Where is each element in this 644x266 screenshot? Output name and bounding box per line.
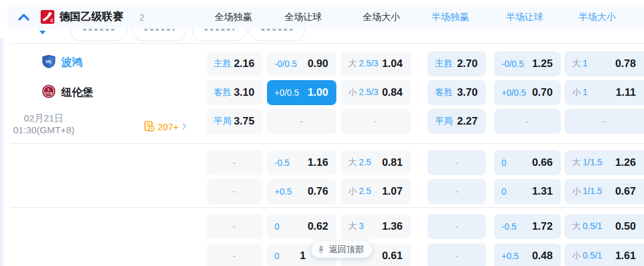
odds-cell-r4-c4[interactable]: - xyxy=(428,150,486,175)
odds-value: 1.11 xyxy=(616,86,636,99)
handicap-value: 1/1.5 xyxy=(583,157,602,167)
market-column-header[interactable]: 半场大小 xyxy=(578,5,616,29)
handicap-value: 0 xyxy=(274,251,279,261)
odds-cell-r5-c2[interactable]: +0.50.76 xyxy=(267,179,336,204)
over-under-prefix: 大 xyxy=(572,58,581,68)
odds-label: +0.5 xyxy=(501,251,519,261)
odds-cell-r3-c2[interactable]: - xyxy=(267,109,336,134)
chevron-down-icon xyxy=(39,31,46,34)
odds-cell-r3-c4[interactable]: 平局2.27 xyxy=(428,109,486,134)
odds-value: 0.66 xyxy=(532,156,553,169)
odds-cell-r6-c6[interactable]: 大0.5/10.50 xyxy=(565,214,644,239)
odds-value: 1.26 xyxy=(615,156,636,169)
empty-odds-dash: - xyxy=(435,222,478,232)
handicap-value: 2.5/3 xyxy=(359,87,378,97)
odds-cell-r2-c2[interactable]: +0/0.51.00 xyxy=(267,80,336,105)
handicap-value: +0/0.5 xyxy=(501,88,526,98)
empty-odds-dash: - xyxy=(274,116,328,126)
odds-cell-r6-c2[interactable]: 00.62 xyxy=(267,214,336,239)
league-name: 德国乙级联赛 xyxy=(59,10,123,24)
home-team-name[interactable]: 波鸿 xyxy=(61,56,83,69)
empty-odds-dash: - xyxy=(435,158,478,168)
odds-cell-r7-c4[interactable]: - xyxy=(428,243,486,266)
divider xyxy=(11,207,644,208)
odds-cell-r2-c3[interactable]: 小2.5/30.84 xyxy=(341,80,411,105)
clipped-pill-text xyxy=(144,29,174,31)
market-column-header[interactable]: 全场让球 xyxy=(284,5,322,29)
handicap-value: +0.5 xyxy=(501,251,519,261)
odds-label: 平局 xyxy=(214,116,231,127)
odds-value: 0.81 xyxy=(382,156,403,169)
odds-cell-r2-c1[interactable]: 客胜3.10 xyxy=(206,80,263,105)
handicap-value: 0.5/1 xyxy=(583,250,602,260)
odds-cell-r5-c1[interactable]: - xyxy=(206,179,263,204)
more-markets-count: 207+ xyxy=(158,121,179,132)
odds-value: 1.04 xyxy=(382,58,403,70)
odds-cell-r3-c3[interactable]: - xyxy=(341,109,411,134)
odds-cell-r1-c6[interactable]: 大10.78 xyxy=(565,51,644,76)
odds-cell-r6-c4[interactable]: - xyxy=(428,214,486,239)
odds-cell-r4-c5[interactable]: 00.66 xyxy=(494,150,561,175)
odds-cell-r4-c3[interactable]: 大2.50.81 xyxy=(341,150,411,175)
over-under-prefix: 大 xyxy=(348,221,357,231)
odds-cell-r2-c4[interactable]: 客胜3.70 xyxy=(428,80,486,105)
odds-cell-r7-c5[interactable]: +0.50.48 xyxy=(494,243,561,266)
odds-cell-r4-c1[interactable]: - xyxy=(206,150,263,175)
handicap-value: -0.5 xyxy=(501,222,516,232)
odds-cell-r6-c1[interactable]: - xyxy=(206,214,263,239)
league-match-count: 2 xyxy=(139,11,144,24)
odds-label: +0/0.5 xyxy=(274,88,299,98)
odds-cell-r1-c5[interactable]: -0/0.51.25 xyxy=(494,51,561,76)
divider xyxy=(11,43,644,44)
more-markets-link[interactable]: 207+ xyxy=(144,120,188,133)
odds-label: 0 xyxy=(274,251,279,261)
over-under-prefix: 小 xyxy=(348,186,357,196)
odds-cell-r1-c3[interactable]: 大2.5/31.04 xyxy=(341,51,411,76)
empty-odds-dash: - xyxy=(435,251,478,261)
over-under-prefix: 大 xyxy=(572,157,581,167)
odds-cell-r1-c2[interactable]: -0/0.50.90 xyxy=(267,51,336,76)
odds-cell-r5-c3[interactable]: 小2.51.07 xyxy=(341,179,411,204)
odds-cell-r1-c4[interactable]: 主胜2.70 xyxy=(428,51,486,76)
odds-cell-r4-c6[interactable]: 大1/1.51.26 xyxy=(565,150,644,175)
handicap-value: -0/0.5 xyxy=(501,59,524,69)
back-to-top-button[interactable]: 返回顶部 xyxy=(311,241,372,258)
odds-cell-r3-c5[interactable]: - xyxy=(494,109,561,134)
handicap-value: 客胜 xyxy=(435,87,453,97)
empty-odds-dash: - xyxy=(214,187,254,197)
empty-odds-dash: - xyxy=(435,187,478,197)
odds-cell-r4-c2[interactable]: -0.51.16 xyxy=(267,150,336,175)
odds-cell-r7-c1[interactable]: - xyxy=(206,243,263,266)
handicap-value: +0.5 xyxy=(274,187,292,197)
odds-cell-r1-c1[interactable]: 主胜2.16 xyxy=(206,51,263,76)
market-column-header[interactable]: 半场让球 xyxy=(506,5,543,29)
over-under-prefix: 小 xyxy=(348,87,357,97)
odds-cell-r2-c6[interactable]: 小11.11 xyxy=(565,80,644,105)
away-team-name[interactable]: 纽伦堡 xyxy=(61,86,93,100)
odds-value: 1.31 xyxy=(532,185,553,198)
odds-cell-r2-c5[interactable]: +0/0.50.70 xyxy=(494,80,561,105)
market-column-header[interactable]: 全场大小 xyxy=(363,5,400,29)
odds-value: 1.00 xyxy=(308,86,328,99)
odds-cell-r5-c4[interactable]: - xyxy=(428,179,486,204)
odds-cell-r6-c3[interactable]: 大31.36 xyxy=(341,214,411,239)
home-team-logo: VfL xyxy=(42,54,56,68)
odds-value: 1.72 xyxy=(532,220,553,233)
odds-cell-r7-c6[interactable]: 小0.5/11.61 xyxy=(565,243,644,266)
odds-value: 0.90 xyxy=(308,58,328,70)
handicap-value: 0 xyxy=(501,158,506,168)
clipped-pill-text xyxy=(204,29,234,31)
market-column-header[interactable]: 全场独赢 xyxy=(214,5,252,29)
handicap-value: 1 xyxy=(583,58,588,68)
collapse-chevron-up-icon[interactable] xyxy=(18,13,30,21)
odds-cell-r5-c5[interactable]: 01.31 xyxy=(494,179,561,204)
svg-text:FCN: FCN xyxy=(45,91,52,95)
odds-cell-r5-c6[interactable]: 小1/1.50.67 xyxy=(565,179,644,204)
odds-label: 客胜 xyxy=(435,87,453,98)
market-column-header[interactable]: 半场独赢 xyxy=(431,5,469,29)
match-datetime: 02月21日 01:30(GMT+8) xyxy=(4,112,84,136)
odds-cell-r6-c5[interactable]: -0.51.72 xyxy=(494,214,561,239)
odds-cell-r3-c1[interactable]: 平局3.75 xyxy=(206,109,263,134)
clipped-pill-text xyxy=(261,29,292,31)
odds-cell-r3-c6[interactable]: - xyxy=(565,109,644,134)
